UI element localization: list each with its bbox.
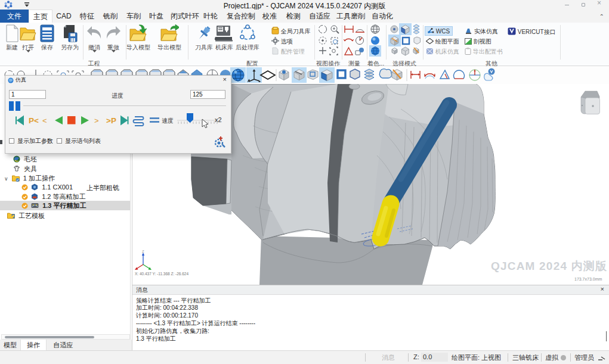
svg-text:>: > (94, 116, 99, 125)
svg-text:173.7x73.0mm: 173.7x73.0mm (574, 277, 602, 281)
svg-text:X: 40.437 Y: -11.368 Z: -26.62: X: 40.437 Y: -11.368 Z: -26.624 (135, 272, 188, 276)
svg-text:P<: P< (29, 116, 39, 125)
svg-text:QJCAM 2024 内测版: QJCAM 2024 内测版 (491, 260, 607, 272)
svg-text:<: < (42, 116, 47, 125)
svg-text:>P: >P (106, 116, 116, 125)
